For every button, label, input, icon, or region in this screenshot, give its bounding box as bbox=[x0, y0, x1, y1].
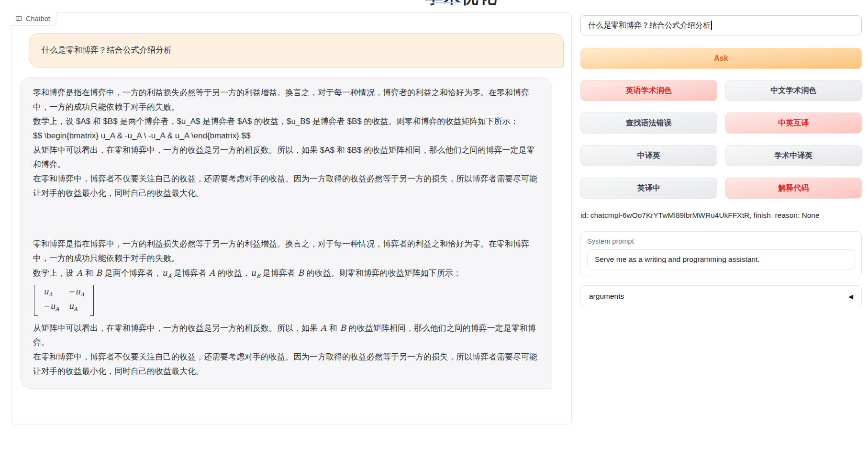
bot-rendered-paragraph: 零和博弈是指在博弈中，一方的利益损失必然等于另一方的利益增益。换言之，对于每一种… bbox=[33, 237, 539, 266]
control-column: 什么是零和博弈？结合公式介绍分析 Ask 英语学术润色 中文学术润色 查找语法错… bbox=[580, 15, 862, 307]
system-prompt-label: System prompt bbox=[587, 237, 855, 245]
chatbot-panel: Chatbot 什么是零和博弈？结合公式介绍分析 零和博弈是指在博弈中，一方的利… bbox=[11, 12, 572, 425]
fn-button-en-to-zh[interactable]: 英译中 bbox=[580, 178, 717, 199]
fn-button-chinese-academic-polish[interactable]: 中文学术润色 bbox=[725, 80, 862, 101]
matrix-right-bracket bbox=[90, 285, 94, 316]
bot-raw-paragraph: 在零和博弈中，博弈者不仅要关注自己的收益，还需要考虑对手的收益。因为一方取得的收… bbox=[33, 172, 539, 201]
fn-button-find-grammar-errors[interactable]: 查找语法错误 bbox=[580, 112, 717, 134]
arguments-accordion[interactable]: arguments ◀ bbox=[580, 285, 862, 307]
accordion-collapse-icon: ◀ bbox=[848, 293, 853, 300]
text-cursor bbox=[711, 21, 712, 30]
bot-raw-paragraph: 零和博弈是指在博弈中，一方的利益损失必然等于另一方的利益增益。换言之，对于每一种… bbox=[33, 86, 539, 114]
bot-raw-paragraph: 从矩阵中可以看出，在零和博弈中，一方的收益是另一方的相反数。所以，如果 $A$ … bbox=[33, 143, 539, 172]
bot-rendered-math-paragraph: 数学上，设 A 和 B 是两个博弈者，uA 是博弈者 A 的收益，uB 是博弈者… bbox=[33, 266, 539, 283]
matrix-cell: −uA bbox=[44, 301, 59, 314]
fn-button-zh-to-en[interactable]: 中译英 bbox=[580, 145, 717, 166]
bot-raw-paragraph: 数学上，设 $A$ 和 $B$ 是两个博弈者，$u_A$ 是博弈者 $A$ 的收… bbox=[33, 114, 539, 129]
bot-message-rendered: 零和博弈是指在博弈中，一方的利益损失必然等于另一方的利益增益。换言之，对于每一种… bbox=[33, 237, 539, 379]
system-prompt-group: System prompt bbox=[580, 231, 862, 277]
fn-button-explain-code[interactable]: 解释代码 bbox=[725, 178, 862, 199]
message-list: 什么是零和博弈？结合公式介绍分析 零和博弈是指在博弈中，一方的利益损失必然等于另… bbox=[11, 13, 571, 396]
chatbot-label-text: Chatbot bbox=[26, 15, 50, 22]
chat-bubble-icon bbox=[15, 15, 22, 22]
app-root: 学术优化 Chatbot 什么是零和博弈？结合公式介绍分析 零和博弈是指在博弈中… bbox=[0, 0, 868, 460]
question-input[interactable]: 什么是零和博弈？结合公式介绍分析 bbox=[580, 15, 862, 35]
status-line: id: chatcmpl-6wOo7KrYTwMl89lbrMWRu4UkFFX… bbox=[580, 211, 862, 220]
ask-button[interactable]: Ask bbox=[580, 48, 862, 69]
page-title: 学术优化 bbox=[425, 0, 498, 9]
bot-rendered-math-paragraph: 从矩阵中可以看出，在零和博弈中，一方的收益是另一方的相反数。所以，如果 A 和 … bbox=[33, 321, 539, 350]
title-underline-decoration bbox=[432, 2, 462, 3]
matrix-cell: −uA bbox=[68, 286, 84, 300]
user-message-text: 什么是零和博弈？结合公式介绍分析 bbox=[42, 43, 172, 57]
system-prompt-input[interactable] bbox=[587, 249, 855, 269]
matrix-cell: uA bbox=[44, 286, 59, 300]
chatbot-label: Chatbot bbox=[11, 12, 56, 26]
bot-message-raw-markdown: 零和博弈是指在博弈中，一方的利益损失必然等于另一方的利益增益。换言之，对于每一种… bbox=[33, 86, 539, 201]
fn-button-english-academic-polish[interactable]: 英语学术润色 bbox=[580, 80, 717, 101]
payoff-matrix: uA −uA −uA uA bbox=[34, 285, 94, 316]
fn-button-academic-zh-to-en[interactable]: 学术中译英 bbox=[725, 145, 862, 166]
paragraph-gap bbox=[33, 201, 539, 237]
user-message: 什么是零和博弈？结合公式介绍分析 bbox=[29, 33, 564, 67]
bot-message: 零和博弈是指在博弈中，一方的利益损失必然等于另一方的利益增益。换言之，对于每一种… bbox=[20, 77, 552, 389]
question-input-value: 什么是零和博弈？结合公式介绍分析 bbox=[588, 21, 711, 31]
matrix-cell: uA bbox=[68, 301, 84, 314]
function-button-grid: 英语学术润色 中文学术润色 查找语法错误 中英互译 中译英 学术中译英 英译中 … bbox=[580, 80, 862, 199]
fn-button-zh-en-mutual-translate[interactable]: 中英互译 bbox=[725, 112, 862, 134]
matrix-left-bracket bbox=[34, 285, 38, 316]
bot-rendered-paragraph: 在零和博弈中，博弈者不仅要关注自己的收益，还需要考虑对手的收益。因为一方取得的收… bbox=[33, 350, 539, 379]
bot-raw-latex-line: $$ \begin{bmatrix} u_A & -u_A \ -u_A & u… bbox=[33, 129, 539, 143]
arguments-accordion-label: arguments bbox=[589, 292, 624, 301]
